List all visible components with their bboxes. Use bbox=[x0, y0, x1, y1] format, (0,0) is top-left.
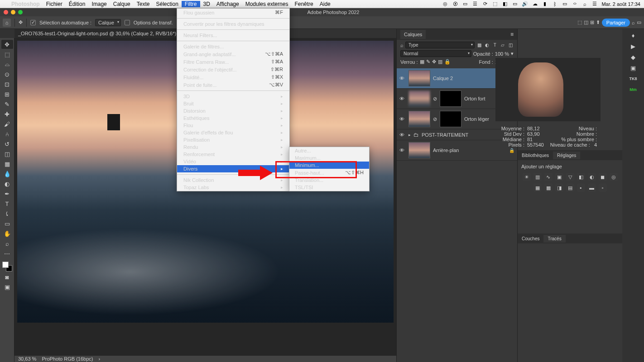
filter-kind-icon[interactable]: ⌕ bbox=[400, 43, 404, 48]
tray-icon[interactable]: ☰ bbox=[472, 1, 478, 7]
lock-move-icon[interactable]: ✥ bbox=[432, 59, 436, 65]
search-icon[interactable]: ⌕ bbox=[582, 1, 588, 7]
brush-tool[interactable]: 🖌 bbox=[1, 119, 13, 129]
color-profile[interactable]: ProPhoto RGB (16bpc) bbox=[42, 356, 93, 362]
lock-all-icon[interactable]: 🔒 bbox=[444, 59, 451, 65]
move-tool[interactable]: ✥ bbox=[1, 40, 13, 49]
type-tool[interactable]: T bbox=[1, 199, 13, 208]
healing-tool[interactable]: ✚ bbox=[1, 110, 13, 119]
menu-3d[interactable]: 3D▸ bbox=[177, 93, 289, 100]
menu-3d[interactable]: 3D bbox=[200, 1, 213, 7]
menu-stylize[interactable]: Esthétiques▸ bbox=[177, 114, 289, 122]
gradient-tool[interactable]: ▦ bbox=[1, 159, 13, 168]
lock-artboard-icon[interactable]: ▥ bbox=[438, 59, 442, 65]
submenu-maximum[interactable]: Maximum... bbox=[289, 154, 369, 162]
layer-name[interactable]: Calque 2 bbox=[433, 76, 453, 81]
home-button[interactable]: ⌂ bbox=[3, 19, 11, 27]
zoom-level[interactable]: 30,63 % bbox=[18, 356, 36, 362]
3d-icon[interactable]: ⬆ bbox=[596, 19, 600, 25]
visibility-icon[interactable]: 👁 bbox=[399, 76, 406, 81]
menu-fichier[interactable]: Fichier bbox=[43, 1, 66, 7]
menu-texte[interactable]: Texte bbox=[134, 1, 153, 7]
quick-select-tool[interactable]: ⊙ bbox=[1, 70, 13, 79]
zoom-tool[interactable]: ⌕ bbox=[1, 239, 13, 248]
tray-icon[interactable]: ⬚ bbox=[492, 1, 498, 7]
link-icon[interactable]: ⊘ bbox=[433, 96, 437, 102]
menu-liquify[interactable]: Fluidité...⇧⌘X bbox=[177, 73, 289, 81]
layer-mask[interactable] bbox=[440, 90, 461, 107]
panel-icon[interactable]: ▣ bbox=[629, 63, 638, 72]
libraries-tab[interactable]: Bibliothèques bbox=[518, 152, 553, 159]
channel-mixer-icon[interactable]: ▦ bbox=[533, 184, 542, 192]
invert-icon[interactable]: ◨ bbox=[555, 184, 563, 192]
menu-convert-smart[interactable]: Convertir pour les filtres dynamiques bbox=[177, 20, 289, 28]
menu-filtre[interactable]: Filtre bbox=[182, 1, 200, 7]
menu-blur[interactable]: Flou▸ bbox=[177, 122, 289, 129]
visibility-icon[interactable]: 👁 bbox=[399, 148, 406, 153]
flag-icon[interactable]: ▮ bbox=[542, 1, 548, 7]
chevron-down-icon[interactable]: ▾ bbox=[511, 51, 514, 57]
layer-name[interactable]: Orton fort bbox=[464, 96, 485, 101]
wifi-icon[interactable]: ⌔ bbox=[572, 1, 578, 7]
lock-pixels-icon[interactable]: ▦ bbox=[420, 59, 424, 65]
menu-edition[interactable]: Édition bbox=[66, 1, 89, 7]
menu-other[interactable]: Divers▸ bbox=[177, 165, 289, 172]
gradient-map-icon[interactable]: ▬ bbox=[588, 184, 596, 192]
battery-icon[interactable]: ▭ bbox=[562, 1, 568, 7]
app-name[interactable]: Photoshop bbox=[8, 1, 43, 7]
menu-modules[interactable]: Modules externes bbox=[242, 1, 292, 7]
vibrance-icon[interactable]: ▽ bbox=[566, 173, 574, 181]
menu-aide[interactable]: Aide bbox=[317, 1, 334, 7]
tray-icon[interactable]: ◧ bbox=[502, 1, 508, 7]
marquee-tool[interactable]: ⬚ bbox=[1, 50, 13, 59]
window-maximize-button[interactable] bbox=[18, 10, 23, 14]
color-balance-icon[interactable]: ◐ bbox=[588, 173, 596, 181]
shape-tool[interactable]: ▭ bbox=[1, 219, 13, 228]
mm-panel-icon[interactable]: Mm bbox=[629, 85, 638, 94]
selective-color-icon[interactable]: ▫ bbox=[599, 184, 607, 192]
eraser-tool[interactable]: ◫ bbox=[1, 149, 13, 158]
layer-name[interactable]: POST-TRAITEMENT bbox=[422, 132, 468, 138]
bw-icon[interactable]: ◼ bbox=[599, 173, 607, 181]
channels-tab[interactable]: Couches bbox=[518, 235, 543, 243]
submenu-translation[interactable]: Translation... bbox=[289, 176, 369, 184]
clone-tool[interactable]: ⑃ bbox=[1, 129, 13, 138]
menu-nik-collection[interactable]: Nik Collection▸ bbox=[177, 176, 289, 184]
menu-affichage[interactable]: Affichage bbox=[213, 1, 242, 7]
threshold-icon[interactable]: ▪ bbox=[577, 184, 585, 192]
lasso-tool[interactable]: ⌓ bbox=[1, 60, 13, 69]
layer-thumbnail[interactable] bbox=[409, 111, 430, 127]
menu-wide-angle[interactable]: Grand-angle adaptatif...⌥⇧⌘A bbox=[177, 50, 289, 58]
filter-shape-icon[interactable]: ▱ bbox=[500, 42, 506, 48]
filter-kind-dropdown[interactable]: Type bbox=[405, 42, 475, 48]
adjustments-tab[interactable]: Réglages bbox=[553, 152, 580, 159]
submenu-passe-haut[interactable]: Passe-haut...⌥⇧⌘H bbox=[289, 169, 369, 176]
exposure-icon[interactable]: ▣ bbox=[555, 173, 563, 181]
search-icon[interactable]: ⌕ bbox=[632, 20, 635, 25]
tray-icon[interactable]: ▭ bbox=[512, 1, 518, 7]
share-button[interactable]: Partager bbox=[602, 19, 630, 27]
color-swatches[interactable] bbox=[2, 262, 12, 272]
submenu-tsl[interactable]: TSL/TSI bbox=[289, 184, 369, 191]
frame-tool[interactable]: ⊞ bbox=[1, 90, 13, 99]
auto-select-dropdown[interactable]: Calque bbox=[95, 19, 121, 26]
menu-last-filter[interactable]: Flou gaussien⌘F bbox=[177, 9, 289, 16]
crop-tool[interactable]: ⊡ bbox=[1, 80, 13, 89]
menu-fenetre[interactable]: Fenêtre bbox=[291, 1, 316, 7]
clock[interactable]: Mar. 2 août 17:34 bbox=[601, 1, 640, 7]
submenu-minimum[interactable]: Minimum... bbox=[289, 162, 369, 169]
tray-icon[interactable]: ⦿ bbox=[452, 1, 458, 7]
workspace-icon[interactable]: ▭ bbox=[637, 19, 641, 25]
menu-pixelate[interactable]: Pixellisation▸ bbox=[177, 136, 289, 143]
tk-panel-icon[interactable]: TK8 bbox=[629, 74, 638, 83]
eyedropper-tool[interactable]: ✎ bbox=[1, 100, 13, 109]
align-icon[interactable]: ⬚ bbox=[577, 19, 582, 25]
filter-smart-icon[interactable]: ◫ bbox=[507, 42, 514, 48]
screen-mode-tool[interactable]: ▣ bbox=[1, 282, 13, 291]
path-tool[interactable]: ⤹ bbox=[1, 209, 13, 218]
menu-vanishing-point[interactable]: Point de fuite...⌥⌘V bbox=[177, 81, 289, 89]
tray-icon[interactable]: ☁ bbox=[532, 1, 538, 7]
tray-icon[interactable]: ▭ bbox=[462, 1, 468, 7]
menu-lens-correction[interactable]: Correction de l'objectif...⇧⌘R bbox=[177, 66, 289, 73]
menu-neural-filters[interactable]: Neural Filters... bbox=[177, 32, 289, 39]
